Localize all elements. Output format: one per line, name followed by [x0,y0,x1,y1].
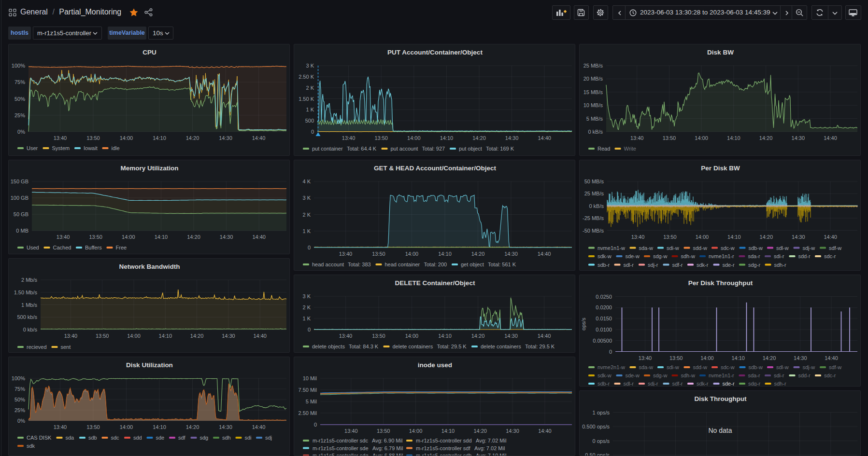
svg-text:0%: 0% [17,418,25,424]
svg-text:sdg-w: sdg-w [653,373,667,378]
svg-text:PUT Account/Container/Object: PUT Account/Container/Object [387,49,483,56]
svg-text:75%: 75% [14,386,25,392]
svg-text:m-r1z1s5-controller sdf: m-r1z1s5-controller sdf [416,445,470,451]
svg-text:13:50: 13:50 [372,333,385,339]
svg-text:sdk-w: sdk-w [598,373,612,378]
svg-text:1 K: 1 K [306,107,314,112]
svg-text:14:00: 14:00 [405,333,419,339]
svg-text:sdi-r: sdi-r [774,253,784,259]
svg-text:sdf-r: sdf-r [672,381,683,386]
svg-text:150 GB: 150 GB [11,179,28,184]
svg-text:13:40: 13:40 [639,355,652,361]
svg-text:14:20: 14:20 [760,234,773,240]
svg-text:14:10: 14:10 [159,333,172,339]
svg-text:7.50 Mil: 7.50 Mil [298,387,317,393]
svg-text:-25 MB/s: -25 MB/s [583,215,604,221]
svg-text:1.50 Mb/s: 1.50 Mb/s [14,290,38,295]
svg-text:0 MB: 0 MB [16,228,28,234]
svg-text:500 kb/s: 500 kb/s [17,314,37,320]
svg-text:100%: 100% [12,63,25,69]
svg-text:75%: 75% [14,79,25,85]
svg-text:head account: head account [312,262,344,267]
svg-text:Total: 169 K: Total: 169 K [486,146,514,152]
svg-text:Avg: 7.10 Mil: Avg: 7.10 Mil [476,453,506,456]
svg-text:14:10: 14:10 [731,355,745,361]
svg-text:14:30: 14:30 [504,333,518,339]
svg-text:nvme1n1-r: nvme1n1-r [709,253,734,259]
svg-text:13:40: 13:40 [339,333,353,339]
svg-text:14:10: 14:10 [727,135,740,141]
svg-text:sdb-w: sdb-w [749,364,763,370]
svg-text:14:30: 14:30 [792,135,805,141]
svg-text:sdf-w: sdf-w [829,245,841,251]
svg-text:0 kb/s: 0 kb/s [23,327,38,332]
svg-text:sda-r: sda-r [748,373,760,378]
svg-text:2 K: 2 K [302,212,311,218]
svg-text:sda-r: sda-r [748,253,760,259]
svg-text:delete objects: delete objects [312,344,345,349]
svg-text:sdd: sdd [133,435,142,441]
svg-text:13:40: 13:40 [57,234,70,240]
svg-text:13:50: 13:50 [372,251,385,257]
svg-text:sdd-r: sdd-r [798,373,811,378]
svg-text:5 Mil: 5 Mil [306,399,317,404]
svg-text:14:10: 14:10 [441,428,455,434]
svg-text:sdk-r: sdk-r [697,262,709,268]
svg-text:1 ops/s: 1 ops/s [593,410,610,415]
svg-text:14:30: 14:30 [222,333,235,339]
svg-text:Used: Used [27,245,39,250]
svg-text:get object: get object [461,262,484,267]
svg-text:0.0150: 0.0150 [596,316,612,321]
svg-text:sdg-w: sdg-w [653,253,667,259]
svg-text:50%: 50% [14,96,25,102]
svg-text:14:30: 14:30 [792,234,805,240]
svg-text:13:40: 13:40 [54,135,67,141]
svg-text:Disk BW: Disk BW [707,49,734,56]
svg-text:sdd-w: sdd-w [693,364,707,370]
svg-text:Total: 383: Total: 383 [348,262,371,267]
svg-text:sdj-r: sdj-r [648,381,658,386]
svg-text:13:50: 13:50 [669,355,683,361]
svg-text:14:40: 14:40 [253,333,267,339]
svg-text:14:00: 14:00 [700,355,714,361]
svg-text:14:20: 14:20 [763,355,776,361]
svg-text:Buffers: Buffers [85,245,102,250]
svg-text:m-r1z1s5-controller sdd: m-r1z1s5-controller sdd [416,438,472,443]
svg-text:sdj: sdj [265,435,272,441]
svg-text:14:30: 14:30 [506,428,519,434]
svg-text:sdc-w: sdc-w [721,364,735,370]
svg-text:13:50: 13:50 [86,135,100,141]
svg-text:sdi-r: sdi-r [774,373,784,378]
svg-text:25 MB/s: 25 MB/s [583,63,603,69]
svg-text:14:20: 14:20 [190,333,204,339]
svg-text:0.00500: 0.00500 [593,338,612,344]
svg-text:14:40: 14:40 [252,135,266,141]
svg-text:14:00: 14:00 [120,424,133,430]
svg-text:2 K: 2 K [302,304,311,310]
svg-text:14:00: 14:00 [695,135,708,141]
svg-text:14:30: 14:30 [220,234,233,240]
svg-text:Total: 200: Total: 200 [424,262,447,267]
svg-text:sdb-w: sdb-w [749,245,763,251]
svg-text:put container: put container [312,146,343,152]
svg-text:sdi-w: sdi-w [667,245,679,251]
svg-text:1 Mb/s: 1 Mb/s [21,302,38,308]
svg-text:25 MB/s: 25 MB/s [584,191,604,196]
svg-text:delete containers: delete containers [393,344,433,349]
svg-text:13:50: 13:50 [89,234,102,240]
svg-text:Avg: 7.02 Mil: Avg: 7.02 Mil [476,438,506,443]
svg-text:nvme2n1-w: nvme2n1-w [598,364,625,370]
svg-text:Memory Utilization: Memory Utilization [120,165,178,172]
svg-text:50%: 50% [14,397,25,402]
svg-text:System: System [52,145,70,151]
svg-text:sdh: sdh [222,435,231,441]
svg-text:14:40: 14:40 [825,355,838,361]
svg-text:sdf-w: sdf-w [829,364,841,370]
svg-text:14:30: 14:30 [219,135,232,141]
svg-text:0: 0 [308,327,311,332]
svg-text:2.50 K: 2.50 K [299,74,314,80]
svg-text:13:40: 13:40 [344,428,358,434]
svg-text:14:20: 14:20 [187,234,200,240]
svg-text:sdj-r: sdj-r [648,262,658,268]
svg-text:sde-r: sde-r [723,262,735,268]
